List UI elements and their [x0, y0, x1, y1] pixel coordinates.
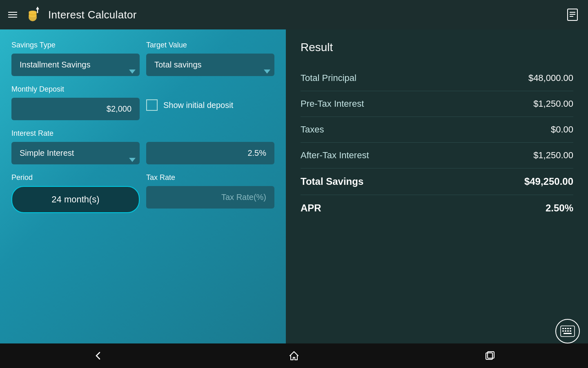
savings-target-row: Savings Type Installment Savings Target …: [11, 41, 274, 76]
target-value-label: Target Value: [146, 41, 274, 49]
result-row-value: 2.50%: [546, 202, 573, 214]
main-content: Savings Type Installment Savings Target …: [0, 29, 588, 343]
result-row: Total Principal$48,000.00: [301, 65, 573, 91]
show-initial-spacer: [146, 85, 274, 94]
svg-rect-18: [570, 330, 571, 332]
svg-rect-14: [570, 328, 571, 329]
result-row-value: $49,250.00: [524, 176, 573, 187]
target-value-select[interactable]: Total savings: [146, 54, 274, 76]
period-label: Period: [11, 173, 140, 182]
svg-rect-11: [562, 328, 564, 329]
interest-rate-arrow: [129, 158, 136, 162]
top-bar: Interest Calculator: [0, 0, 588, 29]
keyboard-button[interactable]: [555, 319, 580, 343]
interest-rate-label: Interest Rate: [11, 129, 140, 138]
result-row-label: Taxes: [301, 124, 324, 135]
result-row-label: After-Tax Interest: [301, 150, 369, 161]
svg-point-3: [29, 11, 37, 14]
result-row-label: APR: [301, 202, 321, 214]
result-row-label: Total Savings: [301, 176, 363, 187]
show-initial-deposit-checkbox[interactable]: [146, 99, 158, 111]
result-row-label: Total Principal: [301, 73, 356, 83]
show-initial-col: Show initial deposit: [146, 85, 274, 120]
svg-rect-19: [564, 333, 572, 334]
svg-rect-13: [567, 328, 569, 329]
bottom-nav: [0, 343, 588, 368]
result-row-value: $1,250.00: [533, 99, 573, 109]
menu-icon[interactable]: [8, 12, 17, 18]
period-tax-row: Period 24 month(s) Tax Rate Tax Rate(%): [11, 173, 274, 213]
savings-type-select[interactable]: Installment Savings: [11, 54, 140, 76]
left-panel: Savings Type Installment Savings Target …: [0, 29, 286, 343]
interest-rate-input[interactable]: 2.5%: [146, 142, 274, 164]
result-row-label: Pre-Tax Interest: [301, 99, 364, 109]
recent-apps-button[interactable]: [472, 346, 508, 366]
top-bar-right: [565, 7, 580, 22]
interest-rate-col: Interest Rate Simple Interest: [11, 129, 140, 164]
target-value-col: Target Value Total savings: [146, 41, 274, 76]
monthly-deposit-row: Monthly Deposit $2,000 Show initial depo…: [11, 85, 274, 120]
svg-rect-12: [565, 328, 566, 329]
home-button[interactable]: [276, 346, 312, 366]
app-icon: [24, 6, 42, 24]
savings-type-col: Savings Type Installment Savings: [11, 41, 140, 76]
top-bar-left: Interest Calculator: [8, 6, 137, 24]
svg-rect-17: [567, 330, 569, 332]
target-value-arrow: [264, 70, 270, 74]
monthly-deposit-input[interactable]: $2,000: [11, 98, 140, 120]
svg-marker-20: [290, 352, 298, 360]
result-row: APR2.50%: [301, 195, 573, 221]
monthly-deposit-label: Monthly Deposit: [11, 85, 140, 94]
period-col: Period 24 month(s): [11, 173, 140, 213]
svg-rect-15: [562, 330, 564, 332]
result-row: Pre-Tax Interest$1,250.00: [301, 91, 573, 117]
result-row-value: $48,000.00: [528, 73, 573, 83]
result-rows: Total Principal$48,000.00Pre-Tax Interes…: [301, 65, 573, 221]
result-row: After-Tax Interest$1,250.00: [301, 143, 573, 168]
interest-rate-select[interactable]: Simple Interest: [11, 142, 140, 164]
interest-rate-row: Interest Rate Simple Interest 2.5%: [11, 129, 274, 164]
savings-type-arrow: [129, 70, 136, 74]
result-row: Total Savings$49,250.00: [301, 168, 573, 195]
interest-rate-value-col: 2.5%: [146, 129, 274, 164]
report-icon[interactable]: [565, 7, 580, 22]
right-panel: Result Total Principal$48,000.00Pre-Tax …: [286, 29, 588, 343]
interest-rate-type: Simple Interest: [20, 148, 74, 158]
app-title: Interest Calculator: [48, 9, 137, 21]
tax-rate-input[interactable]: Tax Rate(%): [146, 186, 274, 209]
savings-type-value: Installment Savings: [20, 60, 90, 70]
svg-rect-16: [565, 330, 566, 332]
show-initial-deposit-label: Show initial deposit: [163, 101, 233, 110]
target-value-value: Total savings: [154, 60, 202, 70]
result-row-value: $0.00: [551, 124, 573, 135]
interest-rate-value-spacer: [146, 129, 274, 138]
result-row: Taxes$0.00: [301, 117, 573, 143]
tax-rate-col: Tax Rate Tax Rate(%): [146, 173, 274, 213]
period-input[interactable]: 24 month(s): [11, 186, 140, 213]
result-title: Result: [301, 41, 573, 54]
result-row-value: $1,250.00: [533, 150, 573, 161]
svg-marker-5: [36, 7, 39, 9]
show-initial-deposit-row: Show initial deposit: [146, 98, 274, 111]
savings-type-label: Savings Type: [11, 41, 140, 49]
back-button[interactable]: [80, 346, 116, 366]
tax-rate-label: Tax Rate: [146, 173, 274, 182]
monthly-deposit-col: Monthly Deposit $2,000: [11, 85, 140, 120]
